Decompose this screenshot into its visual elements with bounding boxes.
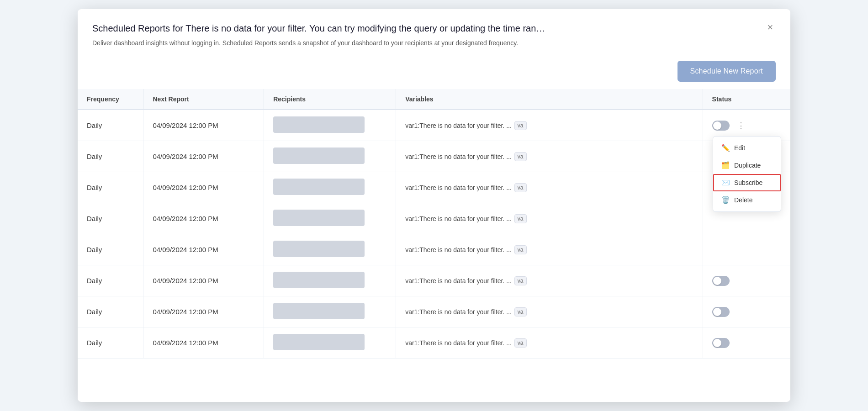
menu-item-duplicate[interactable]: 🗂️ Duplicate bbox=[713, 157, 781, 174]
status-toggle[interactable] bbox=[712, 338, 730, 348]
col-header-status: Status bbox=[703, 89, 790, 110]
cell-recipients bbox=[264, 203, 396, 234]
edit-icon: ✏️ bbox=[721, 144, 730, 152]
menu-item-edit-label: Edit bbox=[734, 144, 745, 152]
cell-recipients bbox=[264, 327, 396, 358]
cell-next-report: 04/09/2024 12:00 PM bbox=[143, 296, 264, 327]
var-text: var1:There is no data for your filter. .… bbox=[405, 339, 512, 347]
cell-next-report: 04/09/2024 12:00 PM bbox=[143, 234, 264, 265]
cell-status: ⋮ ✏️ Edit 🗂️ Duplicate bbox=[703, 110, 790, 141]
cell-recipients bbox=[264, 234, 396, 265]
cell-frequency: Daily bbox=[78, 265, 143, 296]
var-pill: va bbox=[514, 338, 527, 348]
status-toggle[interactable] bbox=[712, 307, 730, 317]
modal-header: Scheduled Reports for There is no data f… bbox=[78, 9, 790, 53]
table-row: Daily 04/09/2024 12:00 PM var1:There is … bbox=[78, 234, 790, 265]
status-cell bbox=[712, 307, 781, 317]
duplicate-icon: 🗂️ bbox=[721, 161, 730, 169]
col-header-variables: Variables bbox=[396, 89, 703, 110]
cell-recipients bbox=[264, 141, 396, 172]
col-header-recipients: Recipients bbox=[264, 89, 396, 110]
cell-status bbox=[703, 265, 790, 296]
var-pill: va bbox=[514, 307, 527, 316]
var-text: var1:There is no data for your filter. .… bbox=[405, 184, 512, 191]
var-text: var1:There is no data for your filter. .… bbox=[405, 153, 512, 160]
status-cell bbox=[712, 276, 781, 286]
cell-recipients bbox=[264, 110, 396, 141]
cell-variables: var1:There is no data for your filter. .… bbox=[396, 172, 703, 203]
cell-frequency: Daily bbox=[78, 141, 143, 172]
recipients-blurred bbox=[273, 334, 365, 350]
cell-status bbox=[703, 296, 790, 327]
context-menu: ✏️ Edit 🗂️ Duplicate ✉️ Subscribe bbox=[713, 136, 781, 212]
cell-next-report: 04/09/2024 12:00 PM bbox=[143, 265, 264, 296]
cell-next-report: 04/09/2024 12:00 PM bbox=[143, 110, 264, 141]
schedule-new-report-button[interactable]: Schedule New Report bbox=[677, 61, 776, 82]
menu-item-delete[interactable]: 🗑️ Delete bbox=[713, 191, 781, 209]
table-row: Daily 04/09/2024 12:00 PM var1:There is … bbox=[78, 265, 790, 296]
var-pill: va bbox=[514, 245, 527, 254]
cell-frequency: Daily bbox=[78, 203, 143, 234]
close-button[interactable]: × bbox=[763, 20, 778, 35]
cell-variables: var1:There is no data for your filter. .… bbox=[396, 265, 703, 296]
cell-next-report: 04/09/2024 12:00 PM bbox=[143, 203, 264, 234]
cell-next-report: 04/09/2024 12:00 PM bbox=[143, 172, 264, 203]
table-row: Daily 04/09/2024 12:00 PM var1:There is … bbox=[78, 203, 790, 234]
var-pill: va bbox=[514, 214, 527, 223]
table-row: Daily 04/09/2024 12:00 PM var1:There is … bbox=[78, 296, 790, 327]
recipients-blurred bbox=[273, 179, 365, 195]
table-row: Daily 04/09/2024 12:00 PM var1:There is … bbox=[78, 172, 790, 203]
cell-frequency: Daily bbox=[78, 327, 143, 358]
table-row: Daily 04/09/2024 12:00 PM var1:There is … bbox=[78, 110, 790, 141]
var-pill: va bbox=[514, 276, 527, 285]
status-toggle[interactable] bbox=[712, 121, 730, 131]
var-text: var1:There is no data for your filter. .… bbox=[405, 215, 512, 222]
cell-variables: var1:There is no data for your filter. .… bbox=[396, 110, 703, 141]
recipients-blurred bbox=[273, 303, 365, 319]
menu-item-edit[interactable]: ✏️ Edit bbox=[713, 139, 781, 157]
var-text: var1:There is no data for your filter. .… bbox=[405, 308, 512, 316]
cell-variables: var1:There is no data for your filter. .… bbox=[396, 234, 703, 265]
var-text: var1:There is no data for your filter. .… bbox=[405, 246, 512, 253]
more-options-button[interactable]: ⋮ bbox=[734, 120, 748, 132]
reports-table-container[interactable]: Frequency Next Report Recipients Variabl… bbox=[78, 89, 790, 358]
subscribe-icon: ✉️ bbox=[721, 179, 730, 187]
cell-frequency: Daily bbox=[78, 110, 143, 141]
cell-variables: var1:There is no data for your filter. .… bbox=[396, 296, 703, 327]
cell-recipients bbox=[264, 265, 396, 296]
recipients-blurred bbox=[273, 210, 365, 226]
cell-frequency: Daily bbox=[78, 234, 143, 265]
var-pill: va bbox=[514, 121, 527, 130]
cell-variables: var1:There is no data for your filter. .… bbox=[396, 203, 703, 234]
cell-variables: var1:There is no data for your filter. .… bbox=[396, 141, 703, 172]
recipients-blurred bbox=[273, 148, 365, 164]
recipients-blurred bbox=[273, 272, 365, 288]
recipients-blurred bbox=[273, 241, 365, 257]
modal-subtitle: Deliver dashboard insights without loggi… bbox=[92, 38, 776, 48]
var-pill: va bbox=[514, 152, 527, 161]
cell-variables: var1:There is no data for your filter. .… bbox=[396, 327, 703, 358]
status-cell: ⋮ ✏️ Edit 🗂️ Duplicate bbox=[712, 120, 781, 132]
status-toggle[interactable] bbox=[712, 276, 730, 286]
modal-title: Scheduled Reports for There is no data f… bbox=[92, 22, 776, 35]
cell-frequency: Daily bbox=[78, 172, 143, 203]
col-header-next-report: Next Report bbox=[143, 89, 264, 110]
menu-item-subscribe-label: Subscribe bbox=[734, 179, 762, 186]
var-text: var1:There is no data for your filter. .… bbox=[405, 277, 512, 285]
table-header-row: Frequency Next Report Recipients Variabl… bbox=[78, 89, 790, 110]
col-header-frequency: Frequency bbox=[78, 89, 143, 110]
menu-item-subscribe[interactable]: ✉️ Subscribe bbox=[713, 174, 781, 191]
delete-icon: 🗑️ bbox=[721, 196, 730, 204]
status-cell bbox=[712, 338, 781, 348]
scheduled-reports-modal: Scheduled Reports for There is no data f… bbox=[78, 9, 790, 402]
table-row: Daily 04/09/2024 12:00 PM var1:There is … bbox=[78, 327, 790, 358]
var-pill: va bbox=[514, 183, 527, 192]
menu-item-delete-label: Delete bbox=[734, 196, 752, 204]
cell-status bbox=[703, 234, 790, 265]
cell-recipients bbox=[264, 172, 396, 203]
cell-next-report: 04/09/2024 12:00 PM bbox=[143, 327, 264, 358]
cell-next-report: 04/09/2024 12:00 PM bbox=[143, 141, 264, 172]
menu-item-duplicate-label: Duplicate bbox=[734, 162, 761, 169]
cell-status bbox=[703, 327, 790, 358]
schedule-btn-row: Schedule New Report bbox=[78, 53, 790, 89]
